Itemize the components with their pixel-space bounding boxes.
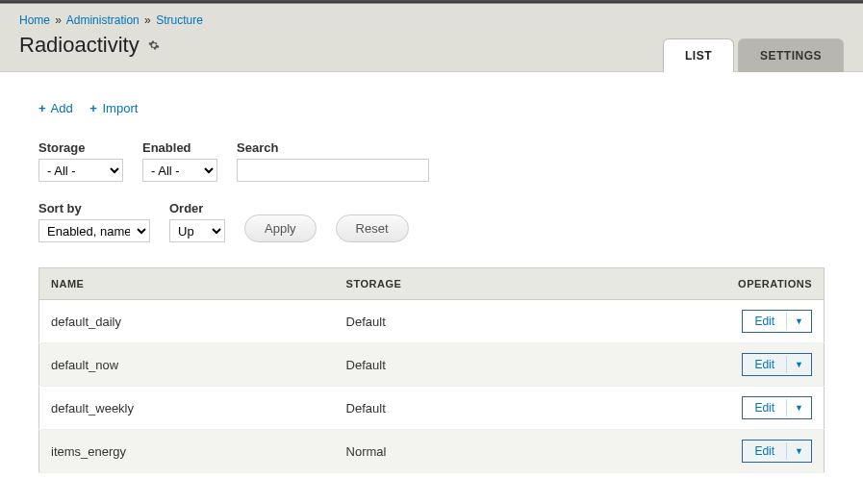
cell-operations: Edit▼ (553, 300, 825, 343)
filters-row-2: Sort by Enabled, name Order Up Apply Res… (38, 201, 825, 242)
edit-label: Edit (743, 311, 786, 332)
breadcrumb-administration[interactable]: Administration (66, 13, 140, 27)
cell-name: default_weekly (39, 387, 335, 430)
tab-list[interactable]: LIST (663, 38, 734, 72)
gear-icon[interactable] (147, 38, 161, 52)
plus-icon: + (38, 101, 46, 115)
table-row: items_energyNormalEdit▼ (39, 430, 825, 473)
filter-sortby: Sort by Enabled, name (38, 201, 150, 242)
filters-row-1: Storage - All - Enabled - All - Search (38, 140, 825, 182)
chevron-down-icon[interactable]: ▼ (786, 399, 811, 416)
tabs: LIST SETTINGS (663, 38, 844, 71)
table-row: default_weeklyDefaultEdit▼ (39, 387, 825, 430)
edit-label: Edit (743, 441, 786, 462)
table-row: default_dailyDefaultEdit▼ (39, 300, 825, 343)
import-link[interactable]: + Import (89, 101, 138, 115)
search-input[interactable] (237, 159, 429, 182)
edit-button[interactable]: Edit▼ (742, 440, 812, 463)
filter-storage: Storage - All - (38, 140, 123, 182)
cell-storage: Default (335, 343, 553, 387)
filter-order: Order Up (169, 201, 225, 242)
enabled-select[interactable]: - All - (142, 159, 217, 182)
storage-label: Storage (38, 140, 123, 155)
sortby-select[interactable]: Enabled, name (38, 219, 150, 242)
order-label: Order (169, 201, 225, 215)
cell-operations: Edit▼ (553, 387, 825, 430)
filter-search: Search (237, 140, 429, 182)
edit-label: Edit (743, 397, 786, 418)
col-operations: Operations (553, 268, 825, 300)
content: + Add + Import Storage - All - Enabled -… (0, 72, 863, 502)
edit-label: Edit (743, 354, 786, 375)
sortby-label: Sort by (38, 201, 150, 215)
edit-button[interactable]: Edit▼ (742, 353, 812, 376)
apply-button[interactable]: Apply (244, 214, 317, 242)
breadcrumb-structure[interactable]: Structure (156, 13, 203, 27)
search-label: Search (237, 140, 429, 155)
cell-operations: Edit▼ (553, 343, 825, 387)
cell-name: default_daily (39, 300, 335, 343)
chevron-down-icon[interactable]: ▼ (786, 442, 811, 460)
listing-table: Name Storage Operations default_dailyDef… (38, 267, 825, 473)
add-link[interactable]: + Add (38, 101, 73, 115)
table-row: default_nowDefaultEdit▼ (39, 343, 825, 387)
page-title-text: Radioactivity (19, 33, 140, 58)
cell-operations: Edit▼ (553, 430, 825, 473)
order-select[interactable]: Up (169, 219, 225, 242)
tab-settings[interactable]: SETTINGS (738, 38, 844, 72)
breadcrumb-home[interactable]: Home (19, 13, 50, 27)
reset-button[interactable]: Reset (336, 214, 409, 242)
cell-storage: Default (335, 300, 553, 343)
chevron-down-icon[interactable]: ▼ (786, 313, 811, 330)
breadcrumb: Home » Administration » Structure (19, 13, 844, 27)
page-title: Radioactivity (19, 33, 161, 71)
col-storage: Storage (335, 268, 553, 300)
edit-button[interactable]: Edit▼ (742, 396, 812, 419)
breadcrumb-sep: » (55, 13, 62, 27)
filter-enabled: Enabled - All - (142, 140, 217, 182)
storage-select[interactable]: - All - (38, 159, 123, 182)
plus-icon: + (89, 101, 97, 115)
edit-button[interactable]: Edit▼ (742, 310, 812, 333)
cell-name: default_now (39, 343, 335, 387)
action-links: + Add + Import (38, 101, 825, 115)
header-region: Home » Administration » Structure Radioa… (0, 4, 863, 72)
cell-storage: Default (335, 387, 553, 430)
cell-name: items_energy (39, 430, 335, 473)
enabled-label: Enabled (142, 140, 217, 155)
breadcrumb-sep: » (144, 13, 151, 27)
cell-storage: Normal (335, 430, 553, 473)
chevron-down-icon[interactable]: ▼ (786, 356, 811, 373)
col-name: Name (39, 268, 335, 300)
